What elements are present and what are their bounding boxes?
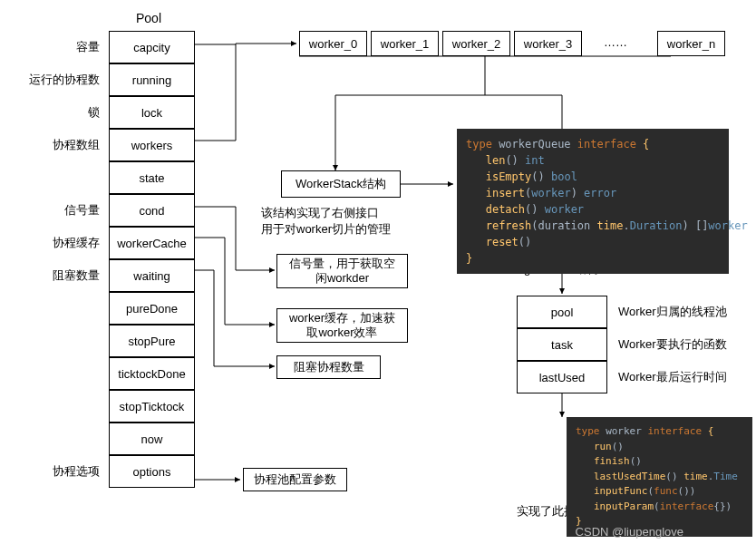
workerstack-box: WorkerStack结构	[281, 170, 401, 198]
pool-field-workers: workers	[109, 129, 195, 161]
pool-label-6: 协程缓存	[0, 235, 100, 251]
pool-field-pureDone: pureDone	[109, 292, 195, 325]
pool-field-cond: cond	[109, 194, 195, 227]
cond-note-l2: 闲workder	[315, 271, 369, 286]
pool-field-options: options	[109, 455, 195, 488]
pool-field-capcity: capcity	[109, 31, 195, 63]
cond-note: 信号量，用于获取空 闲workder	[276, 254, 408, 288]
pool-field-workerCache: workerCache	[109, 227, 195, 259]
workerstack-desc2: 用于对worker切片的管理	[261, 221, 391, 238]
pool-label-1: 运行的协程数	[0, 72, 100, 88]
waiting-note: 阻塞协程数量	[276, 355, 381, 379]
pool-field-ticktockDone: ticktockDone	[109, 357, 195, 390]
pool-label-13: 协程选项	[0, 463, 100, 480]
pool-field-running: running	[109, 63, 195, 96]
goworker-desc-1: Worker要执行的函数	[618, 336, 727, 353]
cache-note-l2: 取worker效率	[306, 325, 377, 340]
worker-box-4: ……	[604, 35, 627, 49]
pool-field-lock: lock	[109, 96, 195, 129]
pool-label-7: 阻塞数量	[0, 267, 100, 284]
worker-box-2: worker_2	[442, 31, 510, 56]
worker-box-3: worker_3	[514, 31, 582, 56]
worker-interface-code: type worker interface { run() finish() l…	[567, 417, 752, 537]
pool-label-0: 容量	[0, 39, 100, 55]
pool-label-2: 锁	[0, 104, 100, 121]
goworker-field-task: task	[517, 328, 607, 361]
cache-note: worker缓存，加速获 取worker效率	[276, 308, 408, 343]
pool-label-5: 信号量	[0, 202, 100, 219]
worker-box-0: worker_0	[299, 31, 367, 56]
goworker-desc-2: Worker最后运行时间	[618, 369, 727, 385]
workerstack-desc1: 该结构实现了右侧接口	[261, 205, 379, 221]
pool-field-stopTicktock: stopTicktock	[109, 390, 195, 423]
pool-field-now: now	[109, 423, 195, 455]
pool-field-waiting: waiting	[109, 259, 195, 292]
pool-field-state: state	[109, 161, 195, 194]
goworker-field-lastUsed: lastUsed	[517, 361, 607, 393]
pool-field-stopPure: stopPure	[109, 325, 195, 357]
pool-title: Pool	[136, 11, 161, 25]
options-note: 协程池配置参数	[243, 468, 347, 491]
worker-box-5: worker_n	[657, 31, 725, 56]
watermark: CSDN @liupenglove	[576, 525, 683, 539]
cond-note-l1: 信号量，用于获取空	[289, 257, 395, 271]
goworker-field-pool: pool	[517, 296, 607, 328]
pool-label-3: 协程数组	[0, 137, 100, 153]
worker-box-1: worker_1	[371, 31, 439, 56]
cache-note-l1: worker缓存，加速获	[289, 311, 395, 325]
workerqueue-interface-code: type workerQueue interface { len() int i…	[457, 129, 729, 274]
goworker-desc-0: Worker归属的线程池	[618, 304, 727, 320]
